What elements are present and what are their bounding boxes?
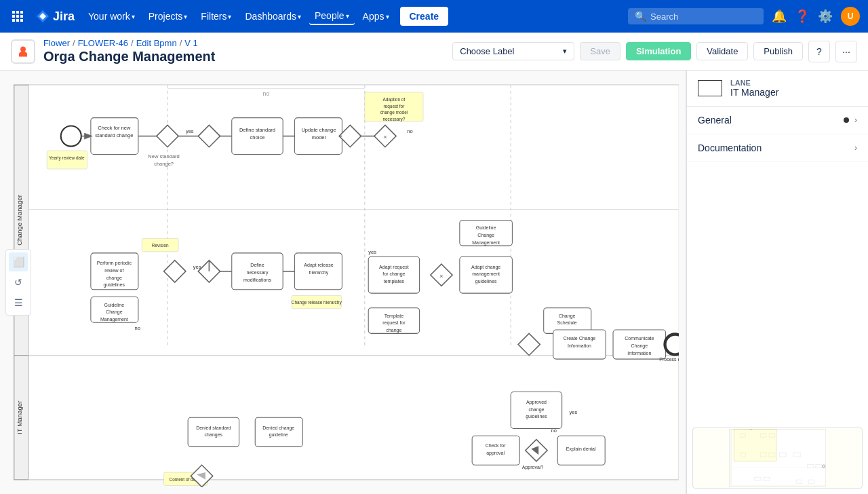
settings-icon[interactable]: ⚙️	[818, 9, 833, 24]
breadcrumb-section[interactable]: Edit Bpmn	[136, 38, 177, 48]
more-options-button[interactable]: ···	[835, 41, 857, 62]
nav-right: 🔍 Search 🔔 ❓ ⚙️ U	[628, 7, 860, 26]
nav-projects[interactable]: Projects ▾	[143, 8, 193, 24]
notifications-icon[interactable]: 🔔	[772, 9, 787, 24]
svg-point-103	[665, 334, 686, 354]
svg-text:change model: change model	[380, 110, 408, 115]
svg-text:Process ended: Process ended	[659, 357, 686, 362]
svg-text:request for: request for	[382, 320, 406, 326]
breadcrumb-content: Flower / FLOWER-46 / Edit Bpmn / V 1 Org…	[43, 38, 215, 64]
svg-text:no: no	[135, 325, 140, 331]
mini-map: 200	[692, 428, 863, 489]
svg-rect-149	[793, 453, 800, 457]
svg-text:change: change	[528, 407, 544, 413]
left-toolbar: ⬜ ↺ ☰	[5, 249, 31, 316]
svg-text:review of: review of	[104, 268, 123, 273]
panel-section-documentation-left: Documentation	[698, 142, 762, 153]
breadcrumb-project[interactable]: Flower	[43, 38, 70, 48]
svg-text:Explain denial: Explain denial	[566, 446, 596, 452]
validate-button[interactable]: Validate	[696, 42, 748, 60]
svg-text:Check for new: Check for new	[98, 125, 131, 131]
lane-header: LANE IT Manager	[687, 71, 868, 107]
svg-text:Change Manager: Change Manager	[16, 194, 23, 246]
svg-text:×: ×	[439, 272, 443, 280]
help-icon[interactable]: ❓	[795, 9, 810, 24]
page-title: Orga Change Management	[43, 49, 215, 64]
svg-text:Adapt release: Adapt release	[304, 263, 333, 268]
svg-rect-4	[16, 15, 19, 18]
panel-section-general-left: General	[698, 115, 732, 126]
chevron-down-icon: ▾	[184, 13, 187, 20]
main-content: ⬜ ↺ ☰ Change Manager IT Manager	[0, 71, 868, 494]
svg-rect-148	[780, 453, 786, 457]
label-select[interactable]: Choose Label ▾	[452, 42, 574, 60]
svg-text:Perform periodic: Perform periodic	[97, 261, 132, 266]
svg-text:Denied change: Denied change	[262, 425, 294, 431]
panel-section-documentation[interactable]: Documentation ›	[687, 134, 868, 162]
svg-text:no: no	[263, 90, 270, 97]
chevron-down-icon: ▾	[132, 13, 135, 20]
simulation-button[interactable]: Simulation	[626, 42, 691, 60]
svg-text:Schedule: Schedule	[557, 320, 577, 325]
svg-text:Check for: Check for	[486, 443, 507, 448]
breadcrumb: Flower / FLOWER-46 / Edit Bpmn / V 1	[43, 38, 215, 48]
apps-grid-icon[interactable]	[8, 7, 27, 26]
svg-text:no: no	[551, 428, 556, 434]
svg-rect-1	[16, 11, 19, 14]
svg-text:Information: Information	[627, 351, 651, 356]
svg-text:approval: approval	[486, 451, 505, 456]
avatar[interactable]: U	[841, 7, 860, 26]
svg-rect-2	[20, 11, 23, 14]
chevron-down-icon: ▾	[346, 12, 349, 20]
header-bar: Flower / FLOWER-46 / Edit Bpmn / V 1 Org…	[0, 33, 868, 71]
svg-text:change: change	[386, 328, 401, 333]
svg-text:guideline: guideline	[269, 432, 288, 438]
breadcrumb-issue[interactable]: FLOWER-46	[78, 38, 128, 48]
svg-text:change?: change?	[154, 161, 174, 167]
svg-point-23	[61, 126, 81, 146]
svg-rect-157	[734, 430, 776, 461]
lane-info: LANE IT Manager	[730, 79, 778, 98]
svg-text:necessary?: necessary?	[382, 117, 405, 122]
panel-section-documentation-right: ›	[854, 143, 857, 153]
bpmn-diagram: Change Manager IT Manager no Check for n…	[0, 71, 686, 494]
svg-text:standard change: standard change	[95, 132, 133, 138]
svg-text:Adapt request: Adapt request	[379, 265, 409, 270]
svg-text:Change: Change	[559, 314, 576, 319]
breadcrumb-version[interactable]: V 1	[184, 38, 198, 48]
canvas-area[interactable]: ⬜ ↺ ☰ Change Manager IT Manager	[0, 71, 686, 494]
nav-people[interactable]: People ▾	[309, 7, 355, 25]
nav-filters[interactable]: Filters ▾	[195, 8, 237, 24]
create-button[interactable]: Create	[400, 7, 449, 26]
svg-text:Communicate: Communicate	[625, 336, 654, 341]
lane-label: LANE	[730, 79, 778, 87]
svg-text:×: ×	[383, 133, 387, 140]
save-button[interactable]: Save	[580, 42, 620, 60]
nav-dashboards[interactable]: Dashboards ▾	[239, 8, 307, 24]
svg-text:New standard: New standard	[148, 153, 179, 159]
svg-text:model: model	[312, 134, 326, 140]
lane-box	[698, 80, 722, 96]
svg-text:guidelines: guidelines	[475, 279, 497, 284]
svg-text:no: no	[407, 128, 412, 134]
project-icon	[11, 39, 35, 64]
tool-hand[interactable]: ⬜	[9, 252, 28, 271]
panel-section-general[interactable]: General ›	[687, 107, 868, 134]
help-button[interactable]: ?	[808, 41, 830, 62]
tool-refresh[interactable]: ↺	[9, 273, 28, 292]
tool-list[interactable]: ☰	[9, 293, 28, 312]
svg-text:Denied standard: Denied standard	[196, 425, 231, 430]
top-navigation: Jira Your work ▾ Projects ▾ Filters ▾ Da…	[0, 0, 868, 33]
lane-name: IT Manager	[730, 87, 778, 98]
toolbar-right: Choose Label ▾ Save Simulation Validate …	[452, 41, 857, 62]
publish-button[interactable]: Publish	[753, 42, 803, 60]
nav-apps[interactable]: Apps ▾	[357, 8, 395, 24]
svg-rect-150	[808, 464, 814, 468]
jira-logo[interactable]: Jira	[35, 9, 75, 24]
search-box[interactable]: 🔍 Search	[628, 8, 764, 24]
chevron-down-icon: ▾	[386, 13, 389, 20]
svg-text:modifications: modifications	[243, 278, 271, 282]
svg-text:Yearly review date: Yearly review date	[49, 155, 85, 161]
svg-text:Approved: Approved	[526, 400, 547, 405]
nav-your-work[interactable]: Your work ▾	[83, 8, 140, 24]
